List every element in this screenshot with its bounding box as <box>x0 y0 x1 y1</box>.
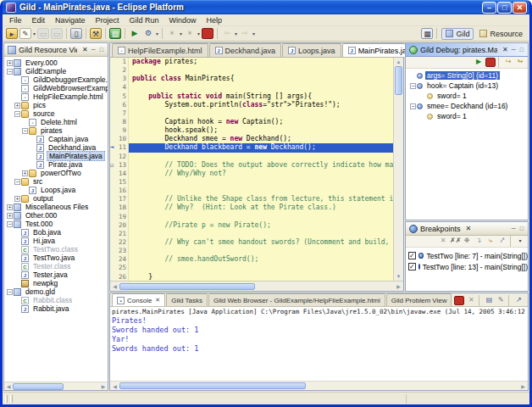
tree-item[interactable]: ▫GildDebuggerExample.html <box>4 75 108 84</box>
code-line[interactable]: 6 System.out.println(class="str">"Pirate… <box>110 101 393 109</box>
tree-item[interactable]: +Miscellaneous Files <box>4 203 108 211</box>
code-line[interactable]: 15 <box>110 178 393 187</box>
code-line[interactable]: 12 <box>110 153 393 161</box>
remove-all-breakpoints-icon[interactable]: ✗✗ <box>450 237 460 246</box>
display-console-icon[interactable]: ▣ <box>525 296 528 305</box>
open-file-icon[interactable]: ▸ <box>6 28 18 39</box>
step-over-icon[interactable]: ↬ <box>515 58 525 67</box>
scroll-left-icon[interactable]: ◀ <box>4 383 13 389</box>
breakpoint-checkbox[interactable]: ✓ <box>408 252 416 259</box>
forward-nav-icon[interactable]: ⇨ <box>239 28 251 39</box>
tree-item[interactable]: −Test.000 <box>4 220 108 228</box>
task-marker-icon[interactable]: ☑ <box>110 161 114 170</box>
breakpoints-menu-icon[interactable]: ▾ <box>515 237 525 246</box>
gild-package-icon[interactable]: ▨ <box>109 28 121 39</box>
menu-file[interactable]: File <box>4 15 27 25</box>
variable-item[interactable]: sword= 1 <box>406 91 528 101</box>
link-with-debug-icon[interactable]: ⤤ <box>497 237 507 246</box>
code-line[interactable]: 4 <box>110 83 393 92</box>
gild-debug-header[interactable]: Gild Debug: pirates.MainPira... ✕ ─ □ <box>406 43 528 57</box>
tree-item[interactable]: +Other.000 <box>4 211 108 220</box>
code-line[interactable]: 19 <box>110 213 393 221</box>
code-line[interactable]: 9 hook.speak(); <box>110 126 393 135</box>
resume-icon[interactable]: ▶ <box>474 58 484 67</box>
tree-item[interactable]: −pirates <box>4 126 108 135</box>
go-to-file-icon[interactable]: ↴ <box>474 237 484 246</box>
terminate-icon[interactable] <box>485 58 496 67</box>
code-line[interactable]: 18 // Why? (Hint: Look at the Pirate cla… <box>110 204 393 212</box>
resource-view-minimize-icon[interactable]: ─ <box>90 47 98 53</box>
collapse-icon[interactable]: − <box>21 128 29 134</box>
run-dropdown-icon[interactable]: ▾ <box>156 31 158 36</box>
tree-item[interactable]: JMainPirates.java <box>4 152 108 160</box>
code-line[interactable]: 8 Captain hook = new Captain(); <box>110 118 393 126</box>
terminate-icon[interactable] <box>202 28 213 39</box>
expand-icon[interactable]: + <box>21 170 29 176</box>
save-icon[interactable]: ▭ <box>37 28 49 39</box>
close-button[interactable]: ✕ <box>513 2 527 14</box>
external-tools-icon[interactable]: ✶ <box>184 28 196 39</box>
new-wizard-icon[interactable]: ✎ <box>19 28 31 39</box>
tree-item[interactable]: ▫Delete.html <box>4 118 108 126</box>
tree-item[interactable]: JTester.java <box>4 270 108 279</box>
tree-item[interactable]: JTestTwo.java <box>4 254 108 262</box>
scroll-thumb[interactable] <box>395 66 402 95</box>
scroll-right-icon[interactable]: ▶ <box>99 383 108 389</box>
code-line[interactable]: 17 // Unlike the Shape class from lectur… <box>110 195 393 204</box>
breakpoint-item[interactable]: ✓TestTwo [line: 13] - main(String[]) <box>406 261 528 272</box>
tree-item[interactable]: ▫GildWebBrowserExample.html <box>4 84 108 92</box>
external-tools-dropdown-icon[interactable]: ▾ <box>197 31 200 36</box>
tree-item[interactable]: JLoops.java <box>4 186 108 194</box>
console-tab-gild-web-browser-gildexample-helpfileexample-html[interactable]: Gild Web Browser - GildExample/HelpFileE… <box>208 293 385 306</box>
forward-dropdown-icon[interactable]: ▾ <box>252 31 255 36</box>
explorer-hscrollbar[interactable]: ◀ ▶ <box>4 382 108 390</box>
code-line[interactable]: 21 <box>110 230 393 238</box>
pin-console-icon[interactable]: ↗ <box>513 296 524 305</box>
tree-item[interactable]: ▫HelpFileExample.html <box>4 92 108 101</box>
code-line[interactable]: 20 //Pirate p = new Pirate(); <box>110 221 393 230</box>
tree-item[interactable]: −source <box>4 109 108 118</box>
editor-tab-loops-java[interactable]: JLoops.java <box>282 43 341 57</box>
scroll-left-icon[interactable]: ◀ <box>110 383 119 389</box>
expand-icon[interactable]: + <box>6 60 14 66</box>
breakpoints-header[interactable]: Breakpoints ✕ ─ □ <box>406 222 528 236</box>
menu-project[interactable]: Project <box>91 15 125 25</box>
expand-icon[interactable]: + <box>14 103 21 109</box>
resource-view-close-icon[interactable]: ✕ <box>80 46 90 53</box>
back-nav-icon[interactable]: ⇦ <box>221 28 233 39</box>
minimize-button[interactable]: – <box>482 2 496 14</box>
tree-item[interactable]: JCaptain.java <box>4 135 108 143</box>
gild-debug-minimize-icon[interactable]: ─ <box>510 47 518 53</box>
collapse-icon[interactable]: − <box>409 83 417 89</box>
scroll-up-icon[interactable]: ▲ <box>396 58 402 66</box>
scroll-right-icon[interactable]: ▶ <box>518 383 528 389</box>
scroll-left-icon[interactable]: ◀ <box>110 283 119 289</box>
expand-icon[interactable]: + <box>6 204 14 210</box>
variable-item[interactable]: args= String[0] (id=11) <box>406 70 528 81</box>
perspective-gild-button[interactable]: Gild <box>441 28 474 40</box>
code-line[interactable]: 5 public static void main(String [] args… <box>110 92 393 101</box>
console-body[interactable]: pirates.MainPirates [Java Application] C… <box>110 307 528 381</box>
gild-debug-close-icon[interactable]: ✕ <box>501 46 510 53</box>
scroll-thumb[interactable] <box>13 383 64 390</box>
remove-launches-icon[interactable]: ✕ <box>466 296 476 305</box>
expand-icon[interactable]: + <box>6 213 14 219</box>
menu-navigate[interactable]: Navigate <box>50 15 91 25</box>
resource-view-header[interactable]: Gild Resource View ✕ ─ □ <box>4 43 108 57</box>
tree-item[interactable]: newpkg <box>4 279 108 287</box>
tree-item[interactable]: +powerOfTwo <box>4 169 108 177</box>
code-line[interactable]: 26 } <box>110 273 393 281</box>
tree-item[interactable]: −demo.gld <box>4 287 108 296</box>
tree-item[interactable]: JPirate.java <box>4 160 108 169</box>
code-line[interactable]: 2 <box>110 66 393 75</box>
code-line[interactable]: 22 // Why can't smee handout swords? (Un… <box>110 238 393 247</box>
code-line[interactable]: 25 <box>110 264 393 272</box>
scroll-thumb[interactable] <box>119 382 306 389</box>
close-tab-icon[interactable]: ✕ <box>155 297 160 304</box>
breakpoints-minimize-icon[interactable]: ─ <box>510 226 518 231</box>
save-all-icon[interactable]: ▭ <box>51 28 63 39</box>
debug-icon[interactable]: ⚙ <box>142 28 154 39</box>
scroll-thumb[interactable] <box>119 283 255 290</box>
scroll-right-icon[interactable]: ▶ <box>394 283 403 289</box>
clear-console-icon[interactable]: ✎ <box>496 296 506 305</box>
